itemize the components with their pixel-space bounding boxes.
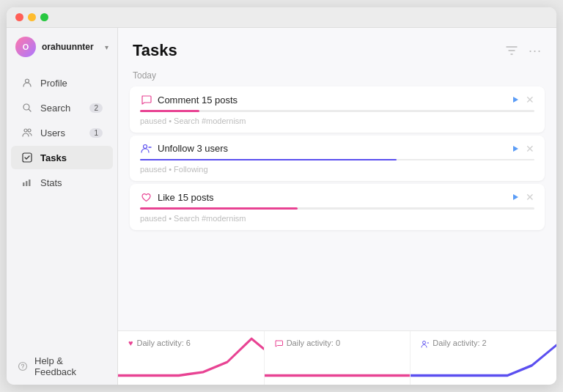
- task-card-like: Like 15 posts ✕ pause: [130, 184, 545, 230]
- task-status-unfollow: paused • Following: [140, 165, 534, 174]
- person-icon: [21, 77, 33, 89]
- progress-bar-fill-task2: [140, 159, 397, 161]
- follows-chart: [411, 331, 556, 379]
- task-actions-like: ✕: [511, 191, 534, 203]
- close-button-task2[interactable]: ✕: [526, 143, 534, 155]
- page-title: Tasks: [133, 41, 177, 60]
- svg-rect-5: [23, 153, 32, 162]
- section-today-label: Today: [118, 67, 556, 86]
- stats-icon: [21, 177, 33, 188]
- sidebar: O orahuunnter ▾ Profile: [7, 28, 118, 385]
- stat-card-likes: ♥ Daily activity: 6: [118, 331, 265, 385]
- user-header[interactable]: O orahuunnter ▾: [7, 28, 117, 66]
- sidebar-item-stats[interactable]: Stats: [11, 171, 113, 194]
- filter-button[interactable]: [505, 44, 518, 57]
- close-button[interactable]: [15, 13, 23, 21]
- task-top-like: Like 15 posts ✕: [140, 191, 534, 203]
- like-icon: [140, 191, 152, 203]
- svg-rect-6: [23, 182, 25, 186]
- search-badge: 2: [89, 103, 103, 113]
- help-icon: [17, 360, 29, 372]
- sidebar-item-profile[interactable]: Profile: [11, 71, 113, 95]
- stat-card-comments: Daily activity: 0: [265, 331, 411, 385]
- stat-card-follows: Daily activity: 2: [411, 331, 556, 385]
- main-layout: O orahuunnter ▾ Profile: [7, 28, 556, 385]
- svg-rect-8: [29, 180, 31, 186]
- sidebar-item-search[interactable]: Search 2: [11, 96, 113, 119]
- chevron-down-icon: ▾: [105, 43, 108, 51]
- comments-chart: [265, 331, 411, 379]
- progress-bar-bg-task1: [140, 110, 534, 112]
- task-top-unfollow: Unfollow 3 users ✕: [140, 143, 534, 155]
- progress-bar-fill-task1: [140, 110, 199, 112]
- tasks-list: Comment 15 posts ✕ pa: [118, 86, 556, 330]
- header-actions: ···: [505, 43, 542, 59]
- progress-bar-fill-task3: [140, 207, 298, 210]
- play-button-task3[interactable]: [511, 193, 520, 201]
- search-icon: [21, 102, 33, 114]
- svg-line-2: [29, 109, 31, 111]
- bottom-stats: ♥ Daily activity: 6: [118, 330, 556, 385]
- users-badge: 1: [89, 128, 103, 138]
- titlebar: [7, 7, 556, 28]
- task-actions-comment: ✕: [511, 94, 534, 106]
- task-card-unfollow: Unfollow 3 users ✕ pa: [130, 136, 545, 182]
- sidebar-item-label-users: Users: [40, 127, 82, 138]
- nav-items: Profile Search 2: [7, 66, 117, 348]
- task-status-comment: paused • Search #modernism: [140, 117, 534, 125]
- svg-point-0: [26, 79, 29, 83]
- close-button-task1[interactable]: ✕: [526, 94, 534, 106]
- comment-icon: [140, 94, 152, 106]
- task-name-comment: Comment 15 posts: [158, 95, 505, 106]
- tasks-icon: [21, 152, 33, 163]
- play-button-task2[interactable]: [511, 144, 520, 153]
- content-area: Tasks ··· Today: [118, 28, 556, 385]
- task-name-unfollow: Unfollow 3 users: [158, 143, 505, 154]
- likes-chart: [118, 331, 264, 379]
- task-name-like: Like 15 posts: [158, 192, 505, 203]
- svg-point-4: [28, 129, 31, 132]
- help-label: Help & Feedback: [34, 355, 107, 377]
- unfollow-icon: [140, 143, 152, 155]
- svg-point-3: [24, 129, 27, 132]
- minimize-button[interactable]: [28, 13, 36, 21]
- sidebar-item-label-tasks: Tasks: [40, 152, 103, 163]
- sidebar-item-tasks[interactable]: Tasks: [11, 146, 113, 169]
- close-button-task3[interactable]: ✕: [526, 191, 534, 203]
- content-header: Tasks ···: [118, 28, 556, 67]
- task-actions-unfollow: ✕: [511, 143, 534, 155]
- app-window: O orahuunnter ▾ Profile: [7, 7, 556, 385]
- users-icon: [21, 127, 33, 138]
- username: orahuunnter: [42, 42, 99, 52]
- svg-point-10: [22, 368, 23, 369]
- more-options-button[interactable]: ···: [529, 43, 542, 59]
- sidebar-item-label-stats: Stats: [40, 177, 103, 188]
- sidebar-item-label-profile: Profile: [40, 78, 103, 89]
- maximize-button[interactable]: [40, 13, 48, 21]
- task-top-comment: Comment 15 posts ✕: [140, 94, 534, 106]
- progress-bar-bg-task3: [140, 207, 534, 210]
- sidebar-item-label-search: Search: [40, 103, 82, 114]
- progress-bar-bg-task2: [140, 159, 534, 161]
- svg-point-11: [143, 145, 147, 149]
- svg-rect-7: [26, 181, 28, 186]
- help-feedback-item[interactable]: Help & Feedback: [7, 348, 117, 385]
- task-status-like: paused • Search #modernism: [140, 214, 534, 223]
- play-button-task1[interactable]: [511, 95, 520, 104]
- sidebar-item-users[interactable]: Users 1: [11, 121, 113, 144]
- avatar: O: [15, 37, 36, 57]
- task-card-comment: Comment 15 posts ✕ pa: [130, 86, 545, 133]
